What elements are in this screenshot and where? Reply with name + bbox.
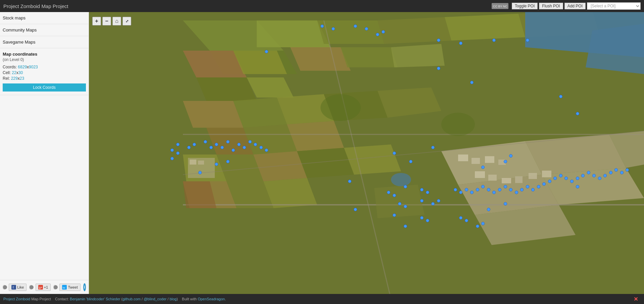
footer-project: Project Zomboid Map Project <box>3 297 52 301</box>
svg-marker-19 <box>391 44 445 67</box>
footer-bar: Project Zomboid Map Project Contact: Ben… <box>0 294 644 304</box>
svg-rect-49 <box>485 156 494 163</box>
lock-coords-button[interactable]: Lock Coords <box>3 83 86 92</box>
cell-line: Cell: 22x30 <box>3 70 86 75</box>
svg-rect-2 <box>11 285 16 290</box>
sidebar-item-savegame-maps[interactable]: Savegame Maps <box>0 36 89 48</box>
facebook-like-button[interactable]: f Like <box>9 284 27 291</box>
svg-rect-48 <box>472 158 480 164</box>
sidebar-item-community-maps[interactable]: Community Maps <box>0 24 89 36</box>
svg-rect-47 <box>458 155 468 161</box>
github-link[interactable]: github.com <box>122 297 141 301</box>
sidebar: Stock maps Community Maps Savegame Maps … <box>0 12 89 294</box>
toggle-poi-button[interactable]: Toggle POI <box>512 3 538 9</box>
footer-built-label: Built with <box>182 297 198 301</box>
coords-subtitle: (on Level 0) <box>3 57 86 62</box>
footer-contact: Contact: <box>55 297 69 301</box>
svg-point-64 <box>320 94 361 121</box>
blog-link[interactable]: blog <box>169 297 177 301</box>
zoom-in-button[interactable]: + <box>92 17 101 25</box>
coords-line: Coords: 6829x9023 <box>3 65 86 69</box>
cell-y-link[interactable]: 30 <box>18 70 23 75</box>
rel-line: Rel: 229x23 <box>3 76 86 81</box>
svg-marker-67 <box>374 185 425 218</box>
poi-selector[interactable]: [Select a POI] <box>587 2 641 10</box>
svg-rect-55 <box>529 173 537 179</box>
sidebar-item-stock-maps[interactable]: Stock maps <box>0 12 89 24</box>
twitter-link[interactable]: @blind_coder <box>144 297 166 301</box>
gplus-label: +1 <box>44 285 48 289</box>
rel-label: Rel: <box>3 76 11 81</box>
flush-poi-button[interactable]: Flush POI <box>539 3 563 9</box>
gplus-button[interactable]: g+ +1 <box>36 284 51 291</box>
coords-label: Coords: <box>3 65 18 69</box>
svg-rect-51 <box>475 171 485 178</box>
rel-x-link[interactable]: 229 <box>11 76 18 81</box>
tweet-label: Tweet <box>68 285 78 289</box>
svg-point-63 <box>391 173 411 186</box>
tweet-button[interactable]: tw Tweet <box>59 284 80 291</box>
like-label: Like <box>17 285 24 289</box>
svg-marker-18 <box>341 47 398 67</box>
rel-y-link[interactable]: 23 <box>20 76 24 81</box>
svg-text:g+: g+ <box>39 286 42 289</box>
footer-close-button[interactable]: ✕ <box>631 296 641 302</box>
like-toggle[interactable] <box>3 285 6 290</box>
project-zomboid-link[interactable]: Project Zomboid <box>3 297 30 301</box>
svg-marker-15 <box>196 77 257 101</box>
footer-content: Project Zomboid Map Project Contact: Ben… <box>3 297 631 301</box>
svg-marker-17 <box>290 47 351 71</box>
svg-rect-56 <box>542 171 551 177</box>
zoom-controls: + − ⌂ ⤢ <box>92 17 131 25</box>
header-bar: Project Zomboid Map Project CC BY NC SA … <box>0 0 644 12</box>
svg-marker-36 <box>297 148 354 178</box>
app-title: Project Zomboid Map Project <box>3 3 492 9</box>
coords-title: Map coordinates <box>3 52 86 57</box>
svg-marker-32 <box>287 121 344 151</box>
svg-text:CC BY NC SA: CC BY NC SA <box>493 5 508 8</box>
contact-name-link[interactable]: Benjamin 'blindcoder' Schieder <box>70 297 120 301</box>
svg-marker-42 <box>525 134 626 175</box>
cc-license-logo: CC BY NC SA <box>492 3 508 9</box>
svg-marker-45 <box>542 168 644 205</box>
svg-rect-54 <box>515 176 523 183</box>
svg-text:tw: tw <box>63 287 65 289</box>
openseadragon-link[interactable]: OpenSeadragon <box>198 297 225 301</box>
svg-marker-21 <box>445 14 525 41</box>
tweet-toggle[interactable] <box>53 285 57 290</box>
social-buttons-bar: f Like g+ +1 tw Tweet i <box>0 280 89 294</box>
coords-x-link[interactable]: 6829 <box>18 65 27 69</box>
svg-rect-58 <box>190 160 196 165</box>
zoom-home-button[interactable]: ⌂ <box>112 17 121 25</box>
svg-rect-50 <box>498 160 506 165</box>
zoom-out-button[interactable]: − <box>102 17 111 25</box>
map-area[interactable]: + − ⌂ ⤢ <box>89 12 644 294</box>
svg-marker-12 <box>317 20 384 44</box>
svg-marker-24 <box>586 24 644 74</box>
coordinates-section: Map coordinates (on Level 0) Coords: 682… <box>0 48 89 95</box>
gplus-toggle[interactable] <box>29 285 33 290</box>
svg-rect-59 <box>198 161 204 165</box>
svg-rect-52 <box>488 175 497 181</box>
zoom-fit-button[interactable]: ⤢ <box>122 17 131 25</box>
svg-rect-53 <box>502 178 511 183</box>
svg-marker-25 <box>183 101 243 128</box>
svg-point-65 <box>441 113 475 136</box>
cell-label: Cell: <box>3 70 12 75</box>
coords-y-link[interactable]: 9023 <box>29 65 38 69</box>
map-terrain <box>89 12 644 294</box>
info-button[interactable]: i <box>83 283 86 291</box>
svg-marker-20 <box>378 17 451 44</box>
add-poi-button[interactable]: Add POI <box>564 3 586 9</box>
cell-x-link[interactable]: 22 <box>12 70 16 75</box>
poi-controls: Toggle POI Flush POI Add POI [Select a P… <box>512 2 641 10</box>
